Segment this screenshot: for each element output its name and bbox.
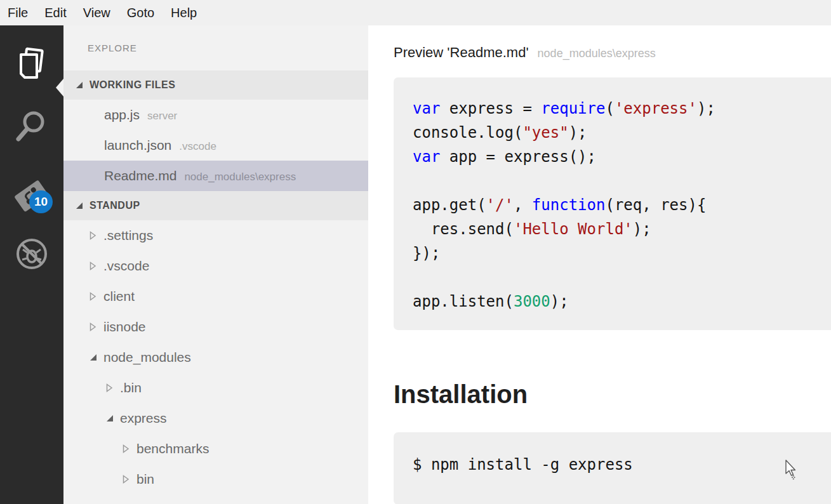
code-line: app.listen(3000); (413, 289, 831, 314)
menu-bar: FileEditViewGotoHelp (0, 0, 831, 25)
activity-bar: 10 (0, 25, 63, 504)
code-line (413, 169, 831, 193)
chevron-collapsed-icon (89, 322, 97, 331)
code-line: var express = require('express'); (413, 96, 831, 121)
menu-item-goto[interactable]: Goto (127, 6, 154, 20)
code-line (413, 265, 831, 289)
preview-title-path: node_modules\express (538, 47, 656, 60)
tree-item-label: .bin (120, 380, 142, 395)
markdown-preview-pane: Preview 'Readme.md'node_modules\express … (368, 25, 831, 504)
working-files-header[interactable]: WORKING FILES (63, 70, 368, 100)
section-expanded-icon (75, 202, 83, 209)
file-decorator: node_modules\express (184, 162, 296, 192)
menu-item-edit[interactable]: Edit (44, 6, 66, 20)
installation-heading: Installation (394, 380, 831, 409)
file-name: launch.json (104, 130, 171, 161)
tree-item-label: iisnode (103, 319, 146, 335)
chevron-collapsed-icon (89, 262, 97, 270)
tree-item-iisnode[interactable]: iisnode (63, 312, 368, 342)
file-name: Readme.md (104, 161, 176, 191)
debug-disabled-icon[interactable] (0, 237, 63, 271)
tree-item-client[interactable]: client (63, 281, 368, 312)
tree-item-label: .settings (103, 228, 153, 243)
tree-item-label: node_modules (103, 350, 191, 365)
chevron-collapsed-icon (89, 231, 97, 240)
explore-header: EXPLORE (63, 25, 368, 70)
standup-label: STANDUP (90, 200, 140, 211)
code-line: $ npm install -g express (413, 453, 831, 477)
tree-item-benchmarks[interactable]: benchmarks (63, 434, 368, 464)
file-name: app.js (104, 100, 140, 130)
code-line: }); (413, 241, 831, 265)
preview-title-text: Preview 'Readme.md' (394, 44, 529, 60)
working-files-list: app.jsserverlaunch.json.vscodeReadme.mdn… (63, 100, 368, 191)
tree-item-bin[interactable]: bin (63, 464, 368, 494)
search-icon[interactable] (0, 109, 63, 143)
tree-item-label: .vscode (103, 258, 149, 274)
active-icon-notch (56, 79, 63, 96)
menu-item-file[interactable]: File (8, 6, 28, 20)
code-line: console.log("yes"); (413, 121, 831, 145)
working-file-readme.md[interactable]: Readme.mdnode_modules\express (63, 161, 368, 191)
tree-item-label: benchmarks (136, 441, 209, 456)
tree-item-vscode[interactable]: .vscode (63, 251, 368, 281)
tree-item-label: client (103, 289, 135, 304)
section-expanded-icon (75, 81, 83, 89)
chevron-collapsed-icon (89, 292, 97, 301)
standup-header[interactable]: STANDUP (63, 191, 368, 220)
preview-title: Preview 'Readme.md'node_modules\express (394, 44, 831, 62)
file-decorator: server (147, 101, 177, 131)
working-file-launch.json[interactable]: launch.json.vscode (63, 130, 368, 161)
tree-item-bin[interactable]: .bin (63, 373, 368, 403)
code-line: var app = express(); (413, 145, 831, 169)
menu-item-help[interactable]: Help (171, 6, 197, 20)
git-badge: 10 (29, 190, 53, 213)
chevron-expanded-icon (89, 354, 97, 361)
code-line: res.send('Hello World'); (413, 217, 831, 241)
tree-item-label: express (120, 411, 167, 426)
code-block-js: var express = require('express');console… (394, 77, 831, 330)
chevron-expanded-icon (105, 414, 114, 422)
code-block-shell: $ npm install -g express (394, 432, 831, 504)
tree-item-label: bin (136, 472, 154, 487)
working-file-app.js[interactable]: app.jsserver (63, 100, 368, 130)
tree-item-express[interactable]: express (63, 403, 368, 434)
working-files-label: WORKING FILES (90, 79, 175, 91)
mouse-cursor-icon (785, 460, 799, 482)
tree-item-node_modules[interactable]: node_modules (63, 342, 368, 373)
code-line: app.get('/', function(req, res){ (413, 193, 831, 217)
menu-item-view[interactable]: View (83, 6, 110, 20)
file-decorator: .vscode (179, 131, 216, 162)
explorer-sidebar: EXPLORE WORKING FILES app.jsserverlaunch… (63, 25, 368, 504)
tree-item-settings[interactable]: .settings (63, 220, 368, 251)
chevron-collapsed-icon (105, 383, 114, 392)
chevron-collapsed-icon (122, 444, 130, 453)
explorer-icon[interactable] (0, 46, 63, 81)
file-tree: .settings.vscodeclientiisnodenode_module… (63, 220, 368, 494)
chevron-collapsed-icon (122, 475, 130, 484)
